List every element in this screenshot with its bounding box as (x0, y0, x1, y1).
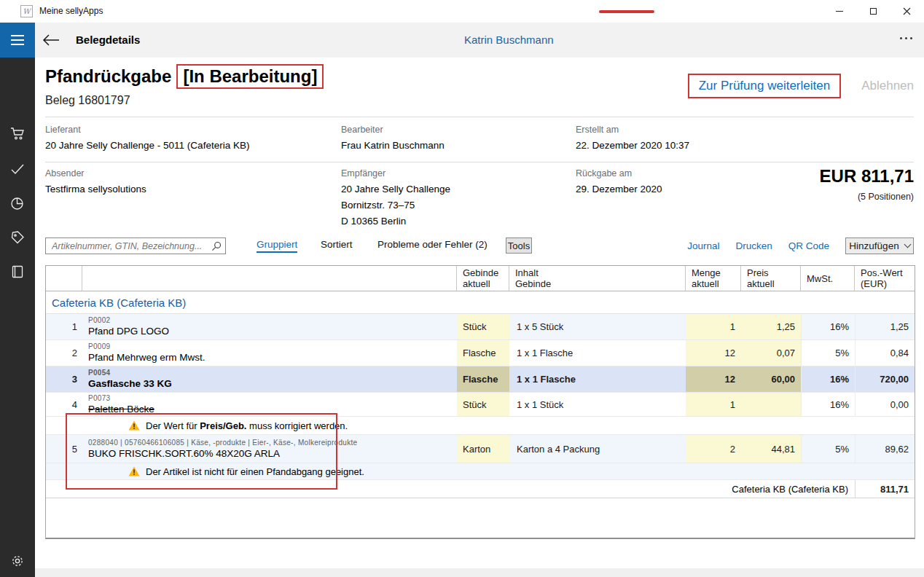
checkmark-icon (9, 160, 26, 178)
field-label: Erstellt am (576, 125, 689, 135)
menge-cell: 1 (686, 393, 741, 416)
row-number: 4 (46, 393, 82, 416)
article-cell: P0002 Pfand DPG LOGO (82, 314, 457, 339)
titlebar: W Meine sellyApps (0, 0, 924, 23)
hamburger-icon (11, 35, 24, 36)
sidebar-item-settings[interactable] (9, 552, 26, 570)
table-row[interactable]: 2 P0009 Pfand Mehrweg erm Mwst. Flasche … (46, 340, 915, 366)
sidebar-item-pricing[interactable] (9, 229, 26, 246)
table-row-selected[interactable]: 3 P0054 Gasflasche 33 KG Flasche 1 x 1 F… (46, 366, 915, 393)
back-button[interactable] (42, 31, 63, 49)
user-name-link[interactable]: Katrin Buschmann (464, 23, 554, 58)
column-header-inhalt: InhaltGebinde (509, 266, 686, 291)
pos-wert-cell: 0,00 (855, 393, 915, 416)
mwst-cell: 16% (801, 393, 855, 416)
warning-triangle-icon (128, 420, 140, 431)
search-input[interactable] (50, 239, 203, 253)
column-header-mwst: MwSt. (801, 266, 855, 291)
document-number: Beleg 16801797 (45, 94, 130, 107)
table-row[interactable]: 5 0288040 | 05760466106085 | Käse, -prod… (46, 435, 915, 463)
group-header: Cafeteria KB (Cafeteria KB) (46, 291, 915, 314)
field-label: Absender (45, 168, 146, 178)
column-header-num (46, 266, 82, 291)
forward-for-review-button[interactable]: Zur Prüfung weiterleiten (688, 74, 841, 98)
inhalt-cell: 1 x 1 Flasche (509, 366, 686, 392)
sidebar-item-tasks[interactable] (9, 160, 26, 178)
group-footer-row: Cafeteria KB (Cafeteria KB) 811,71 (46, 480, 915, 498)
drucken-link[interactable]: Drucken (735, 240, 772, 251)
journal-link[interactable]: Journal (687, 240, 719, 251)
more-dots-icon (900, 37, 902, 39)
hinzufuegen-dropdown-button[interactable]: Hinzufügen (845, 238, 914, 254)
article-cell: P0054 Gasflasche 33 KG (82, 366, 457, 392)
warning-row: Der Wert für Preis/Geb. muss korrigiert … (46, 417, 915, 435)
inhalt-cell: Karton a 4 Packung (509, 435, 686, 463)
minimize-button[interactable] (823, 0, 856, 23)
reject-button[interactable]: Ablehnen (861, 79, 914, 93)
table-row[interactable]: 4 P0073 Paletten Böcke Stück 1 x 1 Stück… (46, 393, 915, 417)
hamburger-menu-button[interactable] (0, 23, 35, 58)
article-name: Pfand Mehrweg erm Mwst. (88, 351, 451, 364)
gebinde-cell: Flasche (457, 340, 509, 366)
article-code: P0073 (88, 394, 451, 403)
gebinde-cell: Flasche (457, 366, 509, 392)
menge-cell: 12 (686, 340, 741, 366)
column-header-article (82, 266, 457, 291)
column-header-pos-wert: Pos.-Wert(EUR) (855, 266, 915, 291)
mwst-cell: 16% (801, 366, 855, 392)
field-rueckgabe-am: Rückgabe am 29. Dezember 2020 (576, 168, 662, 195)
field-value-line: 20 Jahre Selly Challenge (341, 184, 450, 195)
field-value-line: Bornitzstr. 73–75 (341, 200, 450, 211)
table-header-row: Gebindeaktuell InhaltGebinde Mengeaktuel… (46, 266, 915, 291)
pos-wert-cell: 0,84 (855, 340, 915, 366)
pos-wert-cell: 720,00 (855, 366, 915, 392)
filter-gruppiert[interactable]: Gruppiert (257, 239, 297, 253)
sidebar-item-catalog[interactable] (9, 263, 26, 280)
filter-sortiert[interactable]: Sortiert (321, 239, 353, 250)
window-title: Meine sellyApps (39, 6, 103, 16)
warning-triangle-icon (128, 466, 140, 476)
table-row[interactable]: 1 P0002 Pfand DPG LOGO Stück 1 x 5 Stück… (46, 314, 915, 340)
maximize-button[interactable] (856, 0, 890, 23)
gear-icon (9, 552, 26, 570)
preis-cell: 1,25 (741, 314, 801, 339)
column-header-gebinde: Gebindeaktuell (457, 266, 509, 291)
article-name: Pfand DPG LOGO (88, 325, 451, 337)
field-value: 20 Jahre Selly Challenge - 5011 (Cafeter… (45, 140, 249, 151)
article-code: P0054 (88, 369, 451, 377)
preis-cell (741, 393, 801, 416)
field-label: Rückgabe am (576, 168, 662, 178)
sidebar-item-statistics[interactable] (9, 195, 26, 212)
row-number: 3 (46, 366, 82, 392)
field-value: 29. Dezember 2020 (576, 184, 662, 195)
field-label: Lieferant (45, 125, 249, 135)
article-name: Gasflasche 33 KG (88, 377, 451, 390)
pie-chart-icon (9, 195, 26, 212)
field-erstellt-am: Erstellt am 22. Dezember 2020 10:37 (576, 125, 689, 151)
preis-cell: 44,81 (741, 435, 801, 463)
back-arrow-icon (42, 34, 60, 47)
filter-probleme-oder-fehler[interactable]: Probleme oder Fehler (2) (377, 239, 488, 250)
qr-code-link[interactable]: QR Code (788, 240, 829, 251)
column-header-menge: Mengeaktuell (686, 266, 741, 291)
field-value: 22. Dezember 2020 10:37 (576, 140, 689, 151)
field-empfaenger: Empfänger 20 Jahre Selly Challenge Borni… (341, 168, 450, 227)
document-total: EUR 811,71 (5 Positionen) (820, 166, 914, 202)
tools-button[interactable]: Tools (506, 238, 532, 254)
appbar: Belegdetails Katrin Buschmann (0, 23, 924, 58)
sidebar (0, 58, 35, 577)
field-bearbeiter: Bearbeiter Frau Katrin Buschmann (341, 125, 445, 151)
close-button[interactable] (890, 0, 923, 23)
menge-cell: 2 (686, 435, 741, 463)
menge-cell: 1 (686, 314, 741, 339)
article-cell: 0288040 | 05760466106085 | Käse, -produk… (82, 435, 457, 463)
sidebar-item-cart[interactable] (9, 125, 26, 142)
search-icon (211, 241, 222, 251)
bottom-scrollbar-track[interactable] (35, 568, 924, 577)
divider (45, 162, 914, 162)
annotation-titlebar-mark (599, 10, 654, 13)
more-options-button[interactable] (900, 37, 912, 39)
field-value: Testfirma sellysolutions (45, 184, 146, 195)
maximize-icon (870, 8, 877, 15)
field-value: Frau Katrin Buschmann (341, 140, 445, 151)
